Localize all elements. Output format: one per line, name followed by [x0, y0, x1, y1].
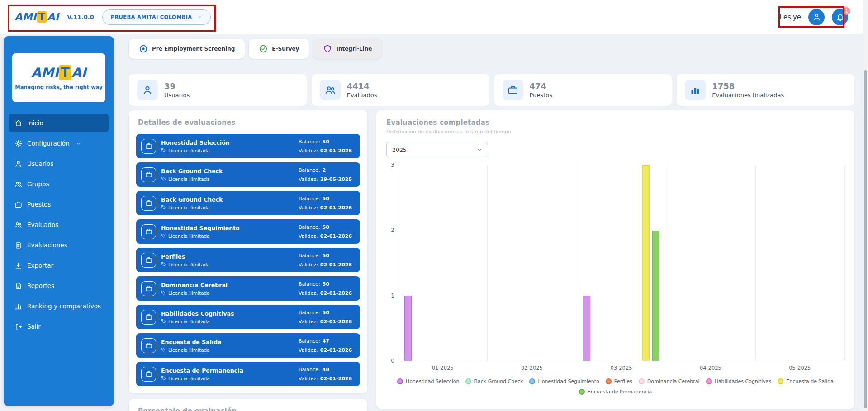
balance-label: Balance:	[299, 310, 320, 316]
balance-label: Balance:	[299, 196, 320, 202]
amitai-logo: AMITAI	[14, 11, 59, 23]
evaluation-info: Honestidad Selección Licencia ilimitada	[161, 139, 299, 153]
user-icon	[137, 80, 158, 100]
sidebar-item-evaluaciones[interactable]: Evaluaciones	[9, 236, 109, 254]
sidebar-item-grupos[interactable]: Grupos	[9, 175, 109, 193]
evaluation-info: Habilidades Cognitivas Licencia ilimitad…	[161, 310, 299, 324]
briefcase-icon	[141, 253, 156, 268]
evaluation-card-encuesta-de-salida[interactable]: Encuesta de Salida Licencia ilimitada Ba…	[136, 333, 360, 358]
y-tick-label: 2	[391, 227, 394, 233]
evaluation-card-perfiles[interactable]: Perfiles Licencia ilimitada Balance: 50	[136, 248, 360, 272]
stat-card-evaluados: 4414 Evaluados	[312, 74, 489, 106]
legend-item: Habilidades Cognitivas	[706, 378, 772, 384]
legend-label: Perfiles	[614, 378, 632, 384]
sidebar-item-ranking-y-comparativos[interactable]: Ranking y comparativos	[9, 297, 109, 315]
sidebar-item-salir[interactable]: Salir	[9, 317, 109, 335]
sidebar-item-label: Inicio	[27, 119, 43, 127]
validity-value: 02-01-2026	[320, 233, 352, 239]
evaluation-name: Honestidad Seguimiento	[161, 225, 299, 231]
chart-x-labels: 01-202502-202503-202504-202505-2025	[398, 365, 844, 371]
company-selector[interactable]: PRUEBA AMITAI COLOMBIA	[102, 9, 211, 25]
tag-icon	[161, 347, 166, 352]
scrollbar-thumb[interactable]	[864, 70, 867, 408]
gear-icon	[14, 140, 22, 147]
evaluation-meta: Balance: 50 Validez: 02-01-2026	[299, 139, 355, 154]
evaluation-card-dominancia-cerebral[interactable]: Dominancia Cerebral Licencia ilimitada B…	[136, 276, 360, 301]
validity-label: Validez:	[299, 290, 318, 296]
evaluation-meta: Balance: 50 Validez: 02-01-2026	[299, 281, 355, 296]
legend-label: Back Ground Check	[474, 378, 523, 384]
year-select[interactable]: 2025	[386, 142, 488, 157]
x-tick-label: 03-2025	[577, 365, 666, 371]
balance-value: 48	[323, 367, 329, 373]
product-tab-label: Integri-Line	[336, 46, 372, 52]
y-tick-label: 0	[391, 358, 394, 364]
y-tick-label: 3	[391, 162, 394, 168]
logout-icon	[14, 323, 22, 331]
briefcase-icon	[141, 224, 156, 239]
sidebar-item-usuarios[interactable]: Usuarios	[9, 155, 109, 173]
evaluation-meta: Balance: 2 Validez: 29-05-2025	[299, 167, 355, 182]
main-content: Pre Employment Screening E-Survey Integr…	[129, 39, 854, 411]
evaluation-meta: Balance: 50 Validez: 02-01-2026	[299, 253, 355, 268]
completed-evaluations-panel: Evaluaciones completadas Distribución de…	[376, 110, 854, 409]
stat-label: Puestos	[530, 92, 552, 99]
product-tab-integri-line[interactable]: Integri-Line	[313, 39, 382, 59]
notifications-button[interactable]: 1	[832, 9, 848, 25]
tag-icon	[161, 262, 166, 267]
legend-marker	[579, 389, 585, 395]
evaluation-card-back-ground-check[interactable]: Back Ground Check Licencia ilimitada Bal…	[136, 162, 360, 187]
sidebar-item-puestos[interactable]: Puestos	[9, 195, 109, 213]
validity-value: 02-01-2026	[320, 290, 352, 296]
legend-marker	[529, 378, 535, 384]
logo-text-right: AI	[71, 65, 86, 80]
evaluation-card-honestidad-seleccion[interactable]: Honestidad Selección Licencia ilimitada …	[136, 134, 360, 158]
validity-label: Validez:	[299, 347, 318, 353]
integri-line-icon	[323, 44, 332, 53]
evaluation-card-encuesta-de-permanencia[interactable]: Encuesta de Permanencia Licencia ilimita…	[136, 362, 360, 386]
user-profile-button[interactable]	[808, 9, 825, 25]
evaluation-meta: Balance: 48 Validez: 02-01-2026	[299, 367, 355, 382]
sidebar-menu: Inicio Configuración Usuarios Grupos	[4, 114, 114, 335]
stat-value: 474	[530, 81, 552, 91]
balance-label: Balance:	[299, 281, 320, 287]
product-tab-pre-employment-screening[interactable]: Pre Employment Screening	[129, 39, 245, 59]
sidebar-item-exportar[interactable]: Exportar	[9, 256, 109, 274]
license-label: Licencia ilimitada	[168, 233, 210, 239]
balance-value: 50	[323, 310, 329, 316]
evaluation-info: Back Ground Check Licencia ilimitada	[161, 196, 299, 210]
chart-gridline	[666, 165, 666, 361]
product-tab-e-survey[interactable]: E-Survey	[249, 39, 309, 59]
logo-text-right: AI	[47, 11, 59, 23]
stat-text: 1758 Evaluaciones finalizadas	[712, 81, 784, 99]
evaluation-info: Perfiles Licencia ilimitada	[161, 253, 299, 267]
balance-value: 50	[323, 281, 329, 287]
evaluation-license: Licencia ilimitada	[161, 262, 299, 267]
stat-value: 4414	[347, 81, 377, 91]
evaluation-info: Encuesta de Permanencia Licencia ilimita…	[161, 367, 299, 381]
sidebar-item-inicio[interactable]: Inicio	[9, 114, 109, 132]
evaluation-percentage-panel: Porcentaje de evaluación	[129, 399, 367, 411]
header-left: AMITAI V.11.0.0 PRUEBA AMITAI COLOMBIA	[14, 9, 211, 25]
evaluation-license: Licencia ilimitada	[161, 176, 299, 182]
sidebar-item-label: Configuración	[27, 140, 70, 147]
chart-legend: Honestidad SelecciónBack Ground CheckHon…	[386, 378, 844, 395]
balance-value: 2	[323, 167, 326, 173]
balance-row: Balance: 50	[299, 310, 355, 316]
sidebar-item-evaluados[interactable]: Evaluados	[9, 216, 109, 234]
sidebar-item-reportes[interactable]: Reportes	[9, 277, 109, 295]
validity-label: Validez:	[299, 205, 318, 211]
evaluation-card-habilidades-cognitivas[interactable]: Habilidades Cognitivas Licencia ilimitad…	[136, 305, 360, 329]
chart-plot	[398, 165, 844, 361]
evaluation-meta: Balance: 50 Validez: 02-01-2026	[299, 310, 355, 325]
evaluation-name: Dominancia Cerebral	[161, 282, 299, 288]
clipboard-icon	[14, 241, 22, 249]
evaluation-card-honestidad-seguimiento[interactable]: Honestidad Seguimiento Licencia ilimitad…	[136, 219, 360, 244]
balance-value: 47	[323, 338, 329, 344]
chart-bar	[404, 296, 412, 361]
evaluation-card-back-ground-check[interactable]: Back Ground Check Licencia ilimitada Bal…	[136, 191, 360, 215]
evaluation-name: Encuesta de Permanencia	[161, 367, 299, 374]
scrollbar-track[interactable]	[863, 0, 868, 411]
notification-badge: 1	[843, 7, 850, 15]
sidebar-item-configuracion[interactable]: Configuración	[9, 134, 109, 152]
